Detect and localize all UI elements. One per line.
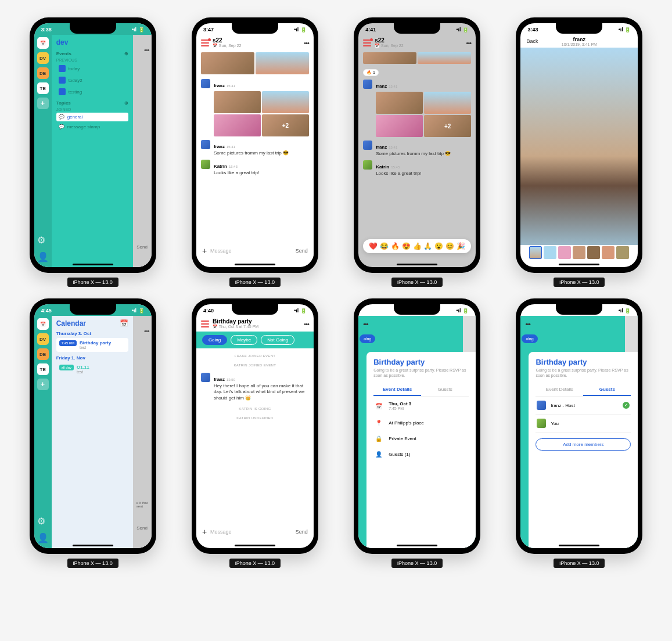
photo-thumbnail[interactable] [256, 52, 309, 74]
settings-icon[interactable]: ⚙ [37, 235, 49, 246]
send-button[interactable]: Send [296, 529, 308, 535]
reaction-heart[interactable]: ❤️ [369, 242, 378, 250]
thumbnail[interactable] [558, 246, 571, 259]
guest-row-you[interactable]: You [536, 415, 631, 433]
rsvp-notgoing-button[interactable]: Not Going [261, 335, 294, 345]
avatar-franz[interactable] [363, 141, 372, 150]
reaction-party[interactable]: 🎉 [457, 242, 465, 250]
avatar-franz[interactable] [201, 140, 210, 149]
reaction-pray[interactable]: 🙏 [423, 242, 432, 250]
avatar-franz[interactable] [201, 79, 210, 88]
home-indicator[interactable] [235, 264, 275, 265]
settings-icon[interactable]: ⚙ [37, 516, 49, 527]
workspace-te[interactable]: TE [37, 82, 49, 94]
profile-icon[interactable]: 👤 [37, 251, 49, 262]
tab-details[interactable]: Event Details [373, 384, 421, 396]
topic-message-stamp[interactable]: 💬message stamp [56, 123, 128, 131]
reaction-wow[interactable]: 😮 [434, 242, 443, 250]
calendar-add-icon[interactable]: 📅 [120, 319, 128, 327]
avatar-katrin[interactable] [201, 160, 210, 169]
calendar-icon[interactable]: 📅 [37, 318, 49, 330]
rsvp-maybe-button[interactable]: Maybe [231, 335, 257, 345]
chat-body[interactable]: 🔥 1 franz15:41 +2 franz15:41 Some pictur… [358, 51, 476, 254]
reaction-pill[interactable]: 🔥 1 [363, 69, 379, 76]
profile-icon[interactable]: 👤 [37, 532, 49, 543]
thumbnail[interactable] [602, 246, 614, 259]
add-workspace-button[interactable]: + [37, 379, 49, 390]
thumbnail[interactable] [616, 246, 629, 259]
reaction-smile[interactable]: 😊 [445, 242, 454, 250]
photo-thumbnail[interactable] [363, 52, 416, 64]
photo-viewer[interactable] [520, 48, 638, 245]
detail-guests[interactable]: 👤 Guests (1) [373, 446, 469, 462]
photo-thumbnail[interactable] [376, 115, 423, 137]
more-icon[interactable]: ••• [363, 320, 368, 327]
home-indicator[interactable] [559, 545, 599, 546]
event-item-today[interactable]: today [56, 63, 128, 74]
more-icon[interactable]: ••• [304, 320, 309, 327]
menu-icon[interactable] [201, 320, 209, 327]
photo-overflow[interactable]: +2 [424, 115, 471, 137]
calendar-icon[interactable]: 📅 [37, 37, 49, 49]
rsvp-going-partial[interactable]: oing [360, 334, 375, 343]
rsvp-going-button[interactable]: Going [202, 335, 227, 345]
thumbnail[interactable] [573, 246, 585, 259]
home-indicator[interactable] [559, 264, 599, 265]
photo-thumbnail[interactable] [201, 52, 254, 74]
more-icon[interactable]: ••• [144, 46, 149, 53]
chat-body[interactable]: FRANZ JOINED EVENT KATRIN JOINED EVENT f… [196, 348, 314, 525]
workspace-de[interactable]: DE [37, 348, 49, 360]
back-button[interactable]: Back [526, 38, 538, 44]
workspace-dv[interactable]: DV [37, 333, 49, 345]
topic-general[interactable]: 💬general [56, 113, 128, 121]
home-indicator[interactable] [73, 545, 113, 546]
more-icon[interactable]: ••• [144, 327, 149, 334]
message-input[interactable]: Message [210, 529, 292, 535]
avatar-katrin[interactable] [363, 160, 372, 170]
thumbnail-selected[interactable] [529, 246, 542, 259]
workspace-dv[interactable]: DV [37, 52, 49, 64]
event-item-today2[interactable]: today2 [56, 75, 128, 85]
guest-row-host[interactable]: franz - Host ✓ [536, 397, 631, 415]
workspace-te[interactable]: TE [37, 363, 49, 375]
menu-icon[interactable] [201, 39, 209, 46]
more-icon[interactable]: ••• [304, 39, 309, 46]
reaction-hearteyes[interactable]: 😍 [402, 242, 411, 250]
workspace-de[interactable]: DE [37, 67, 49, 79]
avatar-franz[interactable] [363, 80, 372, 89]
calendar-event[interactable]: all day O1.11test [56, 362, 128, 376]
photo-thumbnail[interactable] [262, 91, 309, 113]
photo-thumbnail[interactable] [424, 92, 471, 114]
chat-body[interactable]: franz15:41 +2 franz15:41 Some pictures f… [196, 51, 314, 254]
add-members-button[interactable]: Add more members [536, 438, 631, 451]
tab-guests[interactable]: Guests [421, 384, 469, 396]
calendar-event[interactable]: 7:45 PM Birthday partytest [56, 338, 128, 352]
photo-overflow[interactable]: +2 [262, 114, 309, 136]
event-item-testing[interactable]: testing [56, 87, 128, 97]
photo-thumbnail[interactable] [214, 91, 261, 113]
photo-thumbnail[interactable] [214, 114, 261, 136]
more-icon[interactable]: ••• [466, 39, 472, 46]
send-button[interactable]: Send [296, 248, 308, 254]
avatar-franz[interactable] [201, 373, 210, 382]
tab-details[interactable]: Event Details [536, 384, 583, 396]
home-indicator[interactable] [397, 545, 437, 546]
message-input[interactable]: Message [210, 248, 292, 254]
reaction-fire[interactable]: 🔥 [391, 242, 400, 250]
rsvp-going-partial[interactable]: oing [522, 334, 537, 343]
reaction-thumbsup[interactable]: 👍 [413, 242, 422, 250]
thumbnail[interactable] [544, 246, 556, 259]
photo-thumbnail[interactable] [418, 52, 471, 64]
add-workspace-button[interactable]: + [37, 98, 49, 109]
home-indicator[interactable] [397, 264, 437, 265]
home-indicator[interactable] [73, 264, 113, 265]
more-icon[interactable]: ••• [525, 320, 530, 327]
photo-thumbnail[interactable] [376, 92, 423, 114]
attach-icon[interactable]: + [202, 527, 207, 536]
home-indicator[interactable] [235, 545, 275, 546]
thumbnail[interactable] [587, 246, 600, 259]
menu-icon[interactable] [363, 39, 371, 46]
tab-guests[interactable]: Guests [583, 384, 631, 396]
reaction-laugh[interactable]: 😂 [380, 242, 389, 250]
attach-icon[interactable]: + [202, 246, 207, 255]
